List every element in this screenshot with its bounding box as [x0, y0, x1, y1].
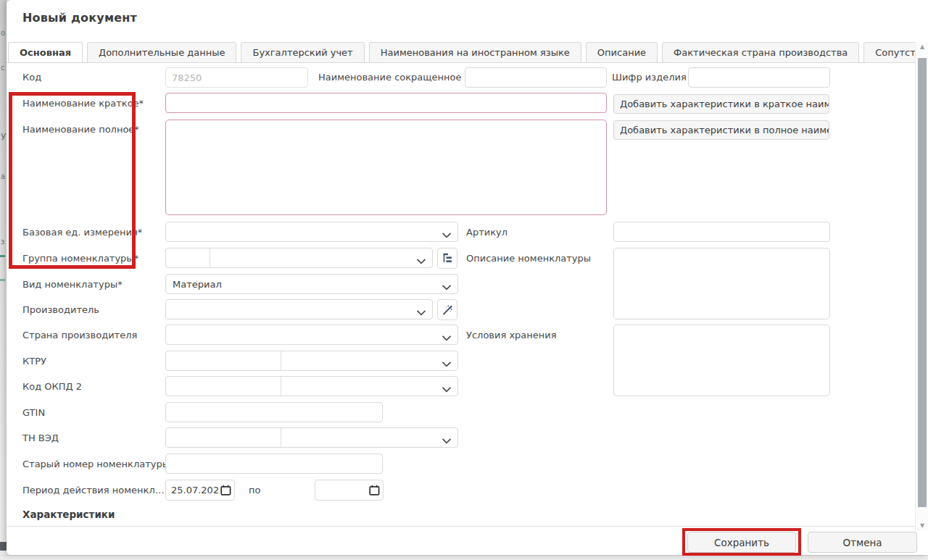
strana-proizvoditelya-label: Страна производителя: [22, 330, 137, 340]
harakteristiki-section-header: Характеристики: [22, 509, 115, 520]
opisanie-nomenklatury-textarea[interactable]: [613, 248, 830, 319]
proizvoditel-label: Производитель: [22, 304, 99, 315]
shifr-izdeliya-label: Шифр изделия: [612, 72, 687, 83]
chevron-down-icon: [442, 230, 451, 241]
tab-soputstvuyushchie[interactable]: Сопутствующие данные: [863, 42, 915, 63]
vid-nomenklatury-label: Вид номенклатуры*: [22, 279, 123, 290]
naimenovanie-sokr-label: Наименование сокращенное: [318, 72, 462, 83]
opisanie-nomenklatury-label: Описание номенклатуры: [466, 253, 591, 264]
bazovaya-ed-select[interactable]: [165, 222, 458, 242]
annotation-required-fields-rectangle: [9, 92, 136, 269]
background-mark: [0, 279, 5, 281]
kod-label: Код: [22, 72, 41, 83]
kod-input: [165, 67, 308, 88]
period-to-date-input[interactable]: [315, 480, 384, 501]
chevron-down-icon: [442, 384, 451, 395]
proizvoditel-select[interactable]: [165, 299, 433, 319]
select-divider: [281, 377, 281, 396]
chevron-down-icon: [442, 359, 451, 369]
tree-structure-button[interactable]: [437, 248, 457, 269]
select-divider: [281, 428, 281, 447]
tab-fakticheskaya-strana[interactable]: Фактическая страна производства: [662, 42, 859, 63]
ktru-label: КТРУ: [22, 356, 46, 367]
stary-nomer-label: Старый номер номенклатуры: [22, 459, 170, 469]
okpd2-select[interactable]: [165, 376, 458, 396]
strana-proizvoditelya-select[interactable]: [165, 325, 458, 345]
tab-osnovnaya[interactable]: Основная: [8, 42, 83, 63]
chevron-down-icon: [442, 435, 451, 446]
select-divider: [281, 351, 281, 370]
gtin-input[interactable]: [165, 402, 383, 422]
shifr-izdeliya-input[interactable]: [688, 67, 830, 88]
chevron-down-icon: [417, 256, 426, 267]
footer-divider: [7, 526, 928, 527]
magic-wand-icon: [442, 304, 453, 316]
background-fragment: о: [1, 29, 5, 37]
select-divider: [210, 248, 210, 267]
scrollbar-up-arrow-icon[interactable]: ▲: [916, 42, 928, 52]
add-characteristics-short-button[interactable]: Добавить характеристики в краткое наимен…: [613, 94, 829, 114]
period-from-value: 25.07.202: [171, 485, 218, 496]
background-fragment: с: [1, 64, 5, 72]
gruppa-nomenklatury-select[interactable]: [165, 248, 433, 268]
tab-naimenovaniya-inostr[interactable]: Наименования на иностранном языке: [369, 42, 581, 63]
bazovaya-ed-label: Базовая ед. измерения*: [22, 227, 142, 238]
period-po-label: по: [249, 485, 260, 496]
tab-opisanie[interactable]: Описание: [586, 42, 658, 63]
calendar-icon: [220, 485, 231, 496]
tab-bar: Основная Дополнительные данные Бухгалтер…: [7, 42, 915, 63]
dialog-title: Новый документ: [22, 11, 137, 25]
period-deystviya-label: Период действия номенклатур...: [22, 485, 165, 496]
gruppa-nomenklatury-label: Группа номенклатуры*: [22, 253, 138, 264]
artikul-input[interactable]: [613, 222, 830, 242]
calendar-icon: [369, 485, 380, 496]
background-mark: [0, 255, 5, 257]
vid-nomenklatury-select[interactable]: Материал: [165, 274, 458, 294]
naimenovanie-kratkoe-label: Наименование краткое*: [22, 98, 144, 109]
scrollbar-down-arrow-icon[interactable]: ▼: [916, 521, 928, 531]
save-button[interactable]: Сохранить: [687, 532, 796, 553]
tab-dopolnitelnye-dannye[interactable]: Дополнительные данные: [87, 42, 236, 63]
naimenovanie-sokr-input[interactable]: [465, 67, 607, 88]
background-bottom-strip: [0, 555, 928, 560]
stary-nomer-input[interactable]: [165, 454, 383, 474]
tnved-select[interactable]: [165, 427, 458, 448]
vertical-scrollbar[interactable]: ▲ ▼: [915, 42, 928, 531]
cancel-button[interactable]: Отмена: [808, 532, 917, 553]
usloviya-hraneniya-textarea[interactable]: [613, 325, 830, 396]
background-fragment: з: [1, 238, 4, 246]
add-characteristics-full-button[interactable]: Добавить характеристики в полное наимено…: [613, 120, 829, 140]
gtin-label: GTIN: [22, 407, 45, 418]
magic-wand-button[interactable]: [437, 299, 457, 320]
tab-buhgalterskiy-uchet[interactable]: Бухгалтерский учет: [241, 42, 364, 63]
ktru-select[interactable]: [165, 351, 458, 371]
background-mark: [0, 542, 7, 551]
artikul-label: Артикул: [466, 227, 508, 238]
naimenovanie-polnoe-textarea[interactable]: [165, 120, 607, 215]
usloviya-hraneniya-label: Условия хранения: [466, 330, 557, 340]
chevron-down-icon: [442, 282, 451, 293]
chevron-down-icon: [442, 333, 451, 343]
okpd2-label: Код ОКПД 2: [22, 381, 82, 392]
scrollbar-thumb[interactable]: [918, 58, 927, 507]
new-document-dialog: Новый документ Основная Дополнительные д…: [7, 0, 928, 555]
background-fragment: У: [1, 132, 6, 142]
chevron-down-icon: [417, 307, 426, 318]
vid-nomenklatury-value: Материал: [173, 279, 222, 290]
naimenovanie-polnoe-label: Наименование полное*: [22, 124, 139, 135]
tnved-label: ТН ВЭД: [22, 432, 59, 443]
tree-structure-icon: [442, 253, 453, 264]
period-from-date-input[interactable]: 25.07.202: [165, 480, 235, 501]
naimenovanie-kratkoe-input[interactable]: [165, 93, 607, 113]
background-fragment: а: [1, 172, 5, 180]
background-page-strip: о с У а з: [0, 0, 7, 560]
